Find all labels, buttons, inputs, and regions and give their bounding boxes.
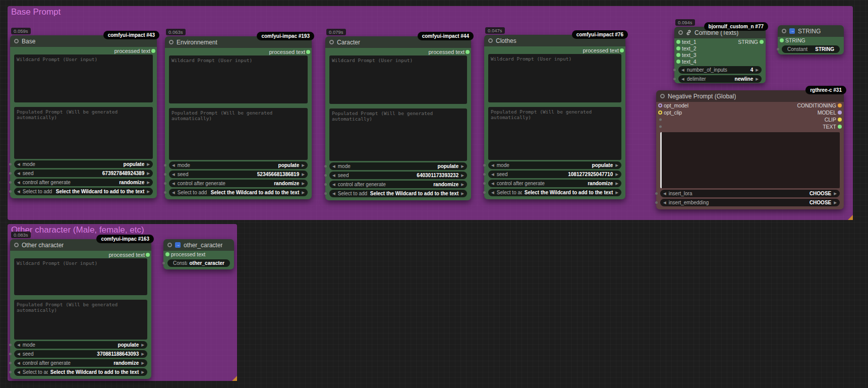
widget-select-to-add-wildcard[interactable]: ◀Select to add WildcardSelect the Wildca… [169, 189, 308, 196]
widget-number-of-inputs[interactable]: ◀number_of_inputs4▶ [678, 66, 762, 74]
increment-arrow[interactable]: ▶ [834, 200, 837, 205]
slot-dot[interactable] [165, 252, 169, 256]
widget-seed[interactable]: ◀seed1081272925047710▶ [488, 171, 621, 178]
widget-input-dot[interactable] [483, 164, 486, 167]
output-slot-dot[interactable] [760, 40, 764, 44]
decrement-arrow[interactable]: ◀ [17, 162, 20, 167]
input-slot-dot[interactable] [676, 40, 680, 44]
slot-dot[interactable] [780, 38, 784, 42]
decrement-arrow[interactable]: ◀ [491, 172, 494, 177]
widget-input-dot[interactable] [164, 173, 166, 176]
widget-select-to-add-wildcard[interactable]: ◀Select to add WildcardSelect the Wildca… [14, 188, 153, 195]
increment-arrow[interactable]: ▶ [147, 180, 150, 185]
widget-input-dot[interactable] [655, 201, 658, 204]
widget-mode[interactable]: ◀modepopulate▶ [169, 161, 308, 169]
collapse-dot[interactable] [329, 40, 334, 44]
output-slot-dot[interactable] [466, 50, 470, 54]
widget-input-dot[interactable] [673, 69, 676, 71]
output-slot-dot[interactable] [620, 48, 624, 52]
widget-control-after-generate[interactable]: ◀control after generaterandomize▶ [169, 180, 308, 187]
widget-input-dot[interactable] [9, 190, 12, 193]
increment-arrow[interactable]: ▶ [147, 171, 150, 176]
wildcard-prompt-textarea[interactable]: Wildcard Prompt (User input) [14, 54, 153, 102]
decrement-arrow[interactable]: ◀ [17, 189, 20, 194]
node-other-character[interactable]: comfyui-impac #1630.083sOther characterp… [10, 239, 151, 379]
increment-arrow[interactable]: ▶ [147, 189, 150, 194]
input-slot-dot[interactable] [676, 53, 680, 57]
input-slot-dot[interactable] [658, 110, 662, 115]
widget-input-dot[interactable] [9, 172, 12, 175]
collapse-dot[interactable] [14, 243, 19, 247]
increment-arrow[interactable]: ▶ [615, 190, 618, 195]
widget-input-dot[interactable] [483, 182, 486, 185]
widget-seed[interactable]: ◀seed523456681386819▶ [169, 171, 308, 178]
populated-prompt-textarea[interactable]: Populated Prompt (Will be generated auto… [14, 107, 153, 159]
widget-input-dot[interactable] [9, 181, 12, 184]
widget-input-dot[interactable] [655, 192, 658, 195]
widget-constant[interactable]: Constantother_caracter [167, 259, 230, 267]
output-slot-dot[interactable] [151, 49, 155, 53]
widget-input-dot[interactable] [164, 182, 166, 185]
group-resize-handle[interactable] [848, 215, 853, 220]
increment-arrow[interactable]: ▶ [615, 172, 618, 177]
widget-input-dot[interactable] [9, 371, 12, 373]
widget-input-dot[interactable] [9, 353, 12, 355]
widget-input-dot[interactable] [162, 262, 165, 264]
wildcard-prompt-textarea[interactable]: Wildcard Prompt (User input) [488, 54, 621, 102]
collapse-dot[interactable] [14, 39, 19, 43]
widget-mode[interactable]: ◀modepopulate▶ [329, 162, 467, 170]
widget-select-to-add-wildcard[interactable]: ◀Select to add WildcardSelect the Wildca… [488, 189, 621, 196]
decrement-arrow[interactable]: ◀ [17, 171, 20, 176]
increment-arrow[interactable]: ▶ [756, 68, 759, 72]
node-combine-texts[interactable]: bjornulf_custom_n #770.094sCombine (Text… [674, 27, 766, 83]
widget-input-dot[interactable] [324, 183, 327, 186]
widget-input-dot[interactable] [324, 174, 327, 177]
increment-arrow[interactable]: ▶ [615, 163, 618, 168]
decrement-arrow[interactable]: ◀ [332, 173, 335, 178]
populated-prompt-textarea[interactable]: Populated Prompt (Will be generated auto… [488, 107, 621, 160]
increment-arrow[interactable]: ▶ [302, 163, 305, 168]
widget-control-after-generate[interactable]: ◀control after generaterandomize▶ [14, 179, 153, 186]
prompt-textarea[interactable] [660, 132, 840, 188]
node-negative-prompt-global[interactable]: rgthree-c #31Negative Prompt (Global)opt… [656, 90, 844, 209]
output-slot-dot[interactable] [146, 253, 150, 257]
populated-prompt-textarea[interactable]: Populated Prompt (Will be generated auto… [14, 300, 147, 340]
widget-constant[interactable]: ConstantSTRING [782, 45, 840, 53]
increment-arrow[interactable]: ▶ [302, 172, 305, 177]
increment-arrow[interactable]: ▶ [834, 191, 837, 196]
increment-arrow[interactable]: ▶ [302, 181, 305, 186]
collapse-dot[interactable] [167, 243, 172, 247]
decrement-arrow[interactable]: ◀ [17, 180, 20, 185]
widget-delimiter[interactable]: ◀delimiternewline▶ [678, 75, 762, 83]
populated-prompt-textarea[interactable]: Populated Prompt (Will be generated auto… [169, 108, 308, 160]
widget-mode[interactable]: ◀modepopulate▶ [14, 160, 153, 168]
node-environnement[interactable]: comfyui-impac #1930.063sEnvironnementpro… [165, 36, 312, 199]
wildcard-prompt-textarea[interactable]: Wildcard Prompt (User input) [329, 56, 467, 104]
increment-arrow[interactable]: ▶ [141, 361, 144, 365]
hidden-input-dot[interactable] [659, 119, 662, 121]
decrement-arrow[interactable]: ◀ [332, 191, 335, 196]
decrement-arrow[interactable]: ◀ [681, 68, 684, 72]
widget-input-dot[interactable] [483, 191, 486, 194]
collapse-dot[interactable] [488, 38, 493, 43]
collapse-dot[interactable] [678, 30, 683, 35]
decrement-arrow[interactable]: ◀ [17, 352, 20, 356]
decrement-arrow[interactable]: ◀ [491, 190, 494, 195]
populated-prompt-textarea[interactable]: Populated Prompt (Will be generated auto… [329, 108, 467, 161]
increment-arrow[interactable]: ▶ [615, 181, 618, 186]
increment-arrow[interactable]: ▶ [141, 370, 144, 374]
widget-input-dot[interactable] [777, 48, 779, 50]
collapse-dot[interactable] [660, 94, 665, 98]
decrement-arrow[interactable]: ◀ [172, 190, 175, 195]
wildcard-prompt-textarea[interactable]: Wildcard Prompt (User input) [14, 258, 147, 295]
decrement-arrow[interactable]: ◀ [332, 164, 335, 169]
widget-input-dot[interactable] [673, 78, 676, 80]
decrement-arrow[interactable]: ◀ [172, 181, 175, 186]
widget-select-to-add-wildcard[interactable]: ◀Select to add WildcardSelect the Wildca… [329, 190, 467, 197]
output-slot-dot[interactable] [838, 103, 842, 107]
increment-arrow[interactable]: ▶ [141, 352, 144, 356]
node-base[interactable]: comfyui-impact #430.059sBaseprocessed te… [10, 35, 157, 198]
widget-mode[interactable]: ◀modepopulate▶ [14, 341, 147, 349]
wildcard-prompt-textarea[interactable]: Wildcard Prompt (User input) [169, 56, 308, 103]
decrement-arrow[interactable]: ◀ [681, 77, 684, 81]
